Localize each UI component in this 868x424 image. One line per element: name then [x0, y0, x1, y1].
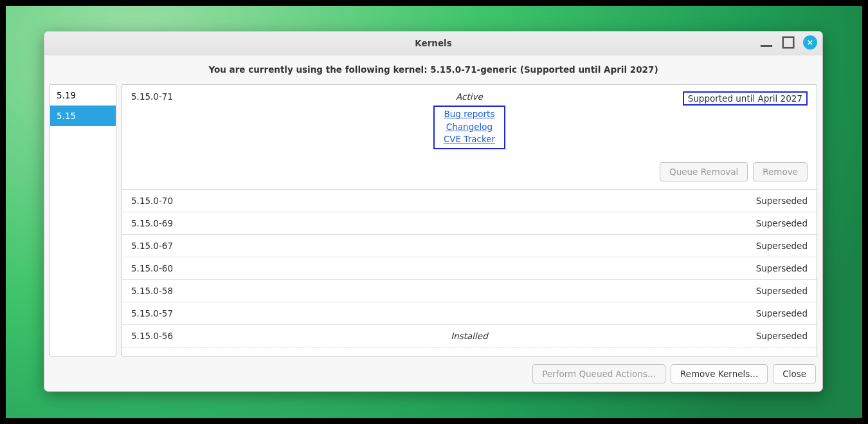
kernel-version: 5.15.0-58 [131, 286, 354, 296]
support-until-badge: Supported until April 2027 [683, 91, 808, 106]
kernel-support-status: Superseded [584, 196, 808, 206]
titlebar[interactable]: Kernels [44, 32, 822, 55]
content-area: 5.19 5.15 5.15.0-71 Active Bug reports C… [44, 84, 822, 356]
sidebar-item-5-19[interactable]: 5.19 [50, 85, 116, 106]
kernel-row[interactable]: 5.15.0-56 Installed Superseded [122, 325, 817, 347]
dialog-footer: Perform Queued Actions... Remove Kernels… [44, 356, 822, 391]
window-title: Kernels [44, 38, 822, 48]
kernel-row[interactable]: 5.15.0-67 Superseded [122, 235, 817, 257]
kernel-status-active: Active [456, 91, 483, 102]
kernel-support-status: Superseded [584, 263, 808, 273]
kernel-version: 5.15.0-67 [131, 241, 354, 251]
close-icon [807, 39, 813, 46]
remove-button[interactable]: Remove [753, 162, 808, 181]
kernel-row[interactable]: 5.15.0-69 Superseded [122, 212, 817, 235]
window-buttons [759, 35, 817, 50]
cve-tracker-link[interactable]: CVE Tracker [444, 133, 495, 146]
kernel-row[interactable]: 5.15.0-60 Superseded [122, 257, 817, 280]
kernels-window: Kernels You are currently using the foll… [44, 31, 823, 392]
kernel-version: 5.15.0-69 [131, 218, 354, 228]
maximize-icon [781, 35, 795, 50]
kernel-support-status: Superseded [584, 286, 808, 296]
sidebar-item-5-15[interactable]: 5.15 [50, 106, 116, 126]
minimize-button[interactable] [759, 35, 773, 50]
svg-rect-1 [783, 37, 794, 48]
kernel-list[interactable]: 5.15.0-71 Active Bug reports Changelog C… [122, 84, 817, 356]
kernel-version: 5.15.0-71 [131, 91, 354, 102]
kernel-row[interactable]: 5.15.0-57 Superseded [122, 302, 817, 325]
current-kernel-notice: You are currently using the following ke… [44, 55, 822, 84]
kernel-support-status: Superseded [584, 331, 808, 341]
kernel-row[interactable]: 5.15.0-58 Superseded [122, 280, 817, 302]
changelog-link[interactable]: Changelog [446, 121, 493, 134]
kernel-series-sidebar: 5.19 5.15 [50, 84, 116, 356]
kernel-support-status: Superseded [584, 308, 808, 318]
kernel-row-expanded[interactable]: 5.15.0-71 Active Bug reports Changelog C… [122, 85, 817, 190]
kernel-version: 5.15.0-60 [131, 263, 354, 273]
kernel-support-status: Superseded [584, 218, 808, 228]
close-button[interactable] [803, 35, 817, 50]
kernel-center-status: Installed [354, 331, 584, 341]
bug-reports-link[interactable]: Bug reports [444, 108, 495, 121]
queue-removal-button[interactable]: Queue Removal [660, 162, 748, 181]
minimize-icon [759, 35, 773, 50]
kernel-version: 5.15.0-70 [131, 196, 354, 206]
kernel-version: 5.15.0-57 [131, 308, 354, 318]
kernel-links-box: Bug reports Changelog CVE Tracker [433, 106, 505, 149]
close-dialog-button[interactable]: Close [773, 364, 816, 383]
perform-queued-actions-button[interactable]: Perform Queued Actions... [532, 364, 665, 383]
kernel-version: 5.15.0-56 [131, 331, 354, 341]
kernel-support-status: Superseded [584, 241, 808, 251]
remove-kernels-button[interactable]: Remove Kernels... [671, 364, 768, 383]
maximize-button[interactable] [781, 35, 795, 50]
kernel-row[interactable]: 5.15.0-70 Superseded [122, 190, 817, 212]
